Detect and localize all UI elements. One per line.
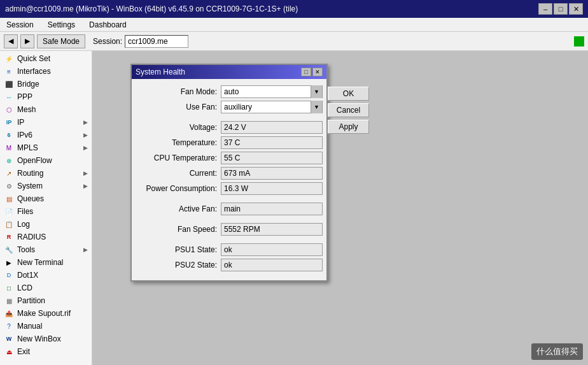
voltage-row: Voltage: (138, 121, 323, 134)
ok-button[interactable]: OK (328, 87, 369, 101)
sidebar-item-new-winbox[interactable]: W New WinBox (0, 333, 92, 345)
sidebar-label-routing: Routing (17, 169, 43, 178)
apply-button[interactable]: Apply (328, 120, 369, 134)
manual-icon: ? (4, 321, 14, 331)
fan-mode-select[interactable]: auto ▼ (221, 85, 323, 98)
sidebar-item-openflow[interactable]: ⊕ OpenFlow (0, 154, 92, 167)
sidebar-item-queues[interactable]: ▤ Queues (0, 192, 92, 205)
watermark: 什么值得买 (531, 343, 583, 360)
sidebar-label-ipv6: IPv6 (17, 131, 32, 140)
menu-dashboard[interactable]: Dashboard (85, 19, 130, 31)
form-divider-2 (138, 197, 323, 203)
sidebar-item-partition[interactable]: ▦ Partition (0, 294, 92, 307)
sidebar-item-interfaces[interactable]: ≡ Interfaces (0, 65, 92, 78)
make-supout-icon: 📤 (4, 308, 14, 318)
sidebar-item-mesh[interactable]: ⬡ Mesh (0, 103, 92, 116)
sidebar-item-dot1x[interactable]: D Dot1X (0, 269, 92, 282)
sidebar-label-exit: Exit (17, 347, 30, 356)
ppp-icon: ↔ (4, 92, 14, 102)
lcd-icon: □ (4, 283, 14, 293)
close-button[interactable]: ✕ (569, 3, 583, 15)
sidebar-item-tools[interactable]: 🔧 Tools ▶ (0, 243, 92, 256)
power-consumption-row: Power Consumption: (138, 182, 323, 195)
terminal-icon: ▶ (4, 257, 14, 268)
sidebar-item-ppp[interactable]: ↔ PPP (0, 90, 92, 103)
files-icon: 📄 (4, 206, 14, 217)
dialog-minimize-button[interactable]: □ (301, 68, 311, 76)
sidebar-item-routing[interactable]: ↗ Routing ▶ (0, 167, 92, 180)
interfaces-icon: ≡ (4, 66, 14, 76)
sidebar-label-ip: IP (17, 118, 24, 127)
power-consumption-input (221, 182, 323, 195)
dialog-title-buttons: □ ✕ (301, 68, 323, 76)
use-fan-value: auxiliary (221, 103, 311, 111)
fan-mode-row: Fan Mode: auto ▼ (138, 85, 323, 98)
winbox-icon: W (4, 334, 14, 344)
sidebar-label-system: System (17, 182, 43, 190)
tools-arrow: ▶ (83, 247, 88, 253)
partition-icon: ▦ (4, 296, 14, 306)
sidebar-label-interfaces: Interfaces (17, 67, 51, 76)
sidebar-item-new-terminal[interactable]: ▶ New Terminal (0, 256, 92, 269)
dialog-close-button[interactable]: ✕ (312, 68, 323, 76)
sidebar-item-make-supout[interactable]: 📤 Make Supout.rif (0, 307, 92, 320)
sidebar-label-new-terminal: New Terminal (17, 258, 63, 267)
routing-arrow: ▶ (83, 170, 88, 176)
sidebar-label-tools: Tools (17, 245, 35, 254)
fan-speed-row: Fan Speed: (138, 223, 323, 236)
sidebar-item-mpls[interactable]: M MPLS ▶ (0, 141, 92, 154)
forward-button[interactable]: ▶ (20, 34, 34, 48)
ipv6-icon: 6 (4, 130, 14, 140)
sidebar-item-quick-set[interactable]: ⚡ Quick Set (0, 52, 92, 65)
maximize-button[interactable]: □ (554, 3, 568, 15)
sidebar-item-radius[interactable]: R RADIUS (0, 231, 92, 243)
minimize-button[interactable]: – (538, 3, 552, 15)
psu1-state-label: PSU1 State: (138, 245, 221, 254)
dialog-title-bar: System Health □ ✕ (132, 65, 326, 79)
safe-mode-button[interactable]: Safe Mode (37, 34, 85, 48)
sidebar-item-files[interactable]: 📄 Files (0, 205, 92, 218)
back-button[interactable]: ◀ (4, 34, 18, 48)
sidebar-item-exit[interactable]: ⏏ Exit (0, 345, 92, 358)
sidebar-label-quick-set: Quick Set (17, 54, 50, 63)
sidebar-label-log: Log (17, 220, 30, 229)
session-input[interactable] (125, 35, 188, 48)
title-bar: admin@ccr1009.me (MikroTik) - WinBox (64… (0, 0, 588, 18)
sidebar-label-manual: Manual (17, 322, 42, 331)
sidebar-item-system[interactable]: ⚙ System ▶ (0, 180, 92, 192)
current-row: Current: (138, 167, 323, 180)
sidebar-label-openflow: OpenFlow (17, 156, 52, 165)
radius-icon: R (4, 232, 14, 242)
session-label: Session: (93, 37, 122, 46)
queues-icon: ▤ (4, 194, 14, 204)
psu2-state-input (221, 259, 323, 271)
sidebar-label-new-winbox: New WinBox (17, 334, 61, 343)
sidebar-item-ip[interactable]: IP IP ▶ (0, 116, 92, 129)
cpu-temperature-input (221, 152, 323, 164)
use-fan-row: Use Fan: auxiliary ▼ (138, 101, 323, 113)
log-icon: 📋 (4, 219, 14, 229)
fan-speed-input (221, 223, 323, 236)
use-fan-dropdown-arrow[interactable]: ▼ (311, 101, 322, 113)
cancel-button[interactable]: Cancel (328, 103, 369, 117)
dialog-action-buttons: OK Cancel Apply (328, 85, 369, 274)
sidebar-label-radius: RADIUS (17, 233, 46, 241)
fan-mode-dropdown-arrow[interactable]: ▼ (311, 85, 322, 98)
sidebar-item-bridge[interactable]: ⬛ Bridge (0, 78, 92, 90)
sidebar-item-ipv6[interactable]: 6 IPv6 ▶ (0, 129, 92, 141)
title-bar-right: – □ ✕ (538, 3, 583, 15)
tools-icon: 🔧 (4, 245, 14, 255)
menu-session[interactable]: Session (3, 19, 38, 31)
routing-icon: ↗ (4, 168, 14, 178)
sidebar-item-lcd[interactable]: □ LCD (0, 282, 92, 294)
sidebar-label-ppp: PPP (17, 92, 32, 101)
system-icon: ⚙ (4, 181, 14, 191)
psu1-state-input (221, 243, 323, 256)
use-fan-select[interactable]: auxiliary ▼ (221, 101, 323, 113)
sidebar-item-manual[interactable]: ? Manual (0, 320, 92, 333)
sidebar-item-log[interactable]: 📋 Log (0, 218, 92, 231)
menu-settings[interactable]: Settings (44, 19, 79, 31)
sidebar-label-queues: Queues (17, 194, 44, 203)
bridge-icon: ⬛ (4, 79, 14, 89)
dot1x-icon: D (4, 270, 14, 280)
